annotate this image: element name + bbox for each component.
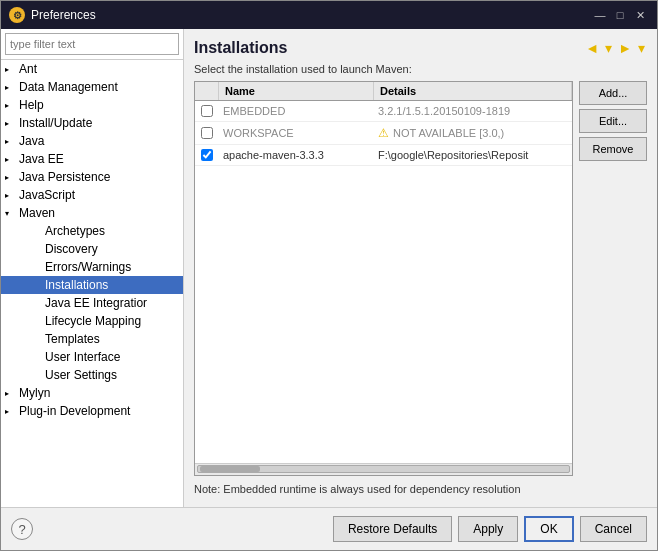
- tree-area: ▸Ant▸Data Management▸Help▸Install/Update…: [1, 60, 183, 507]
- sidebar-item-label: Ant: [19, 62, 37, 76]
- cell-name: WORKSPACE: [219, 123, 374, 143]
- sidebar-item-help[interactable]: ▸Help: [1, 96, 183, 114]
- tree-arrow: ▸: [5, 101, 17, 110]
- sidebar-item-templates[interactable]: Templates: [1, 330, 183, 348]
- sidebar-item-user-settings[interactable]: User Settings: [1, 366, 183, 384]
- installations-table: Name Details EMBEDDED3.2.1/1.5.1.2015010…: [194, 81, 573, 476]
- back-button[interactable]: ◄: [583, 40, 601, 56]
- forward-dropdown[interactable]: ▾: [636, 40, 647, 56]
- title-bar: ⚙ Preferences — □ ✕: [1, 1, 657, 29]
- cancel-button[interactable]: Cancel: [580, 516, 647, 542]
- edit-button[interactable]: Edit...: [579, 109, 647, 133]
- scroll-thumb[interactable]: [200, 466, 260, 472]
- table-body: EMBEDDED3.2.1/1.5.1.20150109-1819WORKSPA…: [195, 101, 572, 463]
- panel-header: Installations ◄ ▾ ► ▾: [194, 39, 647, 57]
- tree-arrow: ▸: [5, 173, 17, 182]
- bottom-right: Restore Defaults Apply OK Cancel: [333, 516, 647, 542]
- nav-dropdown[interactable]: ▾: [603, 40, 614, 56]
- sidebar-item-lifecycle-mapping[interactable]: Lifecycle Mapping: [1, 312, 183, 330]
- sidebar-item-installations[interactable]: Installations: [1, 276, 183, 294]
- sidebar-item-errors-warnings[interactable]: Errors/Warnings: [1, 258, 183, 276]
- forward-button[interactable]: ►: [616, 40, 634, 56]
- cell-details: ⚠NOT AVAILABLE [3.0,): [374, 122, 572, 144]
- sidebar-item-label: User Settings: [45, 368, 117, 382]
- tree-arrow: ▸: [5, 83, 17, 92]
- sidebar-item-java-persistence[interactable]: ▸Java Persistence: [1, 168, 183, 186]
- sidebar-item-label: Installations: [45, 278, 108, 292]
- right-panel: Installations ◄ ▾ ► ▾ Select the install…: [184, 29, 657, 507]
- cell-checkbox[interactable]: [195, 105, 219, 117]
- cell-checkbox[interactable]: [195, 127, 219, 139]
- sidebar-item-label: Archetypes: [45, 224, 105, 238]
- sidebar-item-data-management[interactable]: ▸Data Management: [1, 78, 183, 96]
- apply-button[interactable]: Apply: [458, 516, 518, 542]
- horizontal-scrollbar[interactable]: [195, 463, 572, 475]
- maximize-button[interactable]: □: [611, 7, 629, 23]
- sidebar-item-ant[interactable]: ▸Ant: [1, 60, 183, 78]
- table-row[interactable]: WORKSPACE⚠NOT AVAILABLE [3.0,): [195, 122, 572, 145]
- filter-input[interactable]: [5, 33, 179, 55]
- window-icon: ⚙: [9, 7, 25, 23]
- sidebar-item-plugin-development[interactable]: ▸Plug-in Development: [1, 402, 183, 420]
- warning-icon: ⚠: [378, 126, 389, 140]
- sidebar-item-label: Java EE Integratior: [45, 296, 147, 310]
- note-text: Note: Embedded runtime is always used fo…: [194, 482, 647, 497]
- sidebar-item-label: Java: [19, 134, 44, 148]
- tree-arrow: ▸: [5, 389, 17, 398]
- table-area-row: Name Details EMBEDDED3.2.1/1.5.1.2015010…: [194, 81, 647, 476]
- table-row[interactable]: apache-maven-3.3.3F:\google\Repositories…: [195, 145, 572, 166]
- cell-name: EMBEDDED: [219, 101, 374, 121]
- table-header: Name Details: [195, 82, 572, 101]
- nav-buttons: ◄ ▾ ► ▾: [583, 40, 647, 56]
- remove-button[interactable]: Remove: [579, 137, 647, 161]
- sidebar-item-java-ee[interactable]: ▸Java EE: [1, 150, 183, 168]
- cell-details: F:\google\Repositories\Reposit: [374, 145, 572, 165]
- sidebar-item-label: Java EE: [19, 152, 64, 166]
- col-details-header: Details: [374, 82, 572, 100]
- sidebar-item-label: Help: [19, 98, 44, 112]
- sidebar-item-maven[interactable]: ▾Maven: [1, 204, 183, 222]
- bottom-left: ?: [11, 518, 33, 540]
- tree-arrow: ▸: [5, 155, 17, 164]
- sidebar-item-javascript[interactable]: ▸JavaScript: [1, 186, 183, 204]
- sidebar-item-label: Install/Update: [19, 116, 92, 130]
- add-button[interactable]: Add...: [579, 81, 647, 105]
- help-button[interactable]: ?: [11, 518, 33, 540]
- scroll-track: [197, 465, 570, 473]
- section-label: Select the installation used to launch M…: [194, 63, 647, 75]
- main-content: ▸Ant▸Data Management▸Help▸Install/Update…: [1, 29, 657, 507]
- sidebar-item-label: Lifecycle Mapping: [45, 314, 141, 328]
- tree-arrow: ▸: [5, 137, 17, 146]
- cell-name: apache-maven-3.3.3: [219, 145, 374, 165]
- sidebar-item-label: Java Persistence: [19, 170, 110, 184]
- tree-arrow: ▸: [5, 191, 17, 200]
- sidebar-item-mylyn[interactable]: ▸Mylyn: [1, 384, 183, 402]
- sidebar-item-label: Errors/Warnings: [45, 260, 131, 274]
- restore-defaults-button[interactable]: Restore Defaults: [333, 516, 452, 542]
- minimize-button[interactable]: —: [591, 7, 609, 23]
- sidebar-item-archetypes[interactable]: Archetypes: [1, 222, 183, 240]
- sidebar-item-user-interface[interactable]: User Interface: [1, 348, 183, 366]
- sidebar-item-label: Maven: [19, 206, 55, 220]
- window-title: Preferences: [31, 8, 591, 22]
- sidebar-item-java-ee-integration[interactable]: Java EE Integratior: [1, 294, 183, 312]
- sidebar-item-java[interactable]: ▸Java: [1, 132, 183, 150]
- sidebar-item-label: Data Management: [19, 80, 118, 94]
- close-button[interactable]: ✕: [631, 7, 649, 23]
- sidebar-item-discovery[interactable]: Discovery: [1, 240, 183, 258]
- sidebar-item-label: JavaScript: [19, 188, 75, 202]
- sidebar-item-label: User Interface: [45, 350, 120, 364]
- table-row[interactable]: EMBEDDED3.2.1/1.5.1.20150109-1819: [195, 101, 572, 122]
- cell-checkbox[interactable]: [195, 149, 219, 161]
- col-check-header: [195, 82, 219, 100]
- col-name-header: Name: [219, 82, 374, 100]
- filter-box: [1, 29, 183, 60]
- left-panel: ▸Ant▸Data Management▸Help▸Install/Update…: [1, 29, 184, 507]
- sidebar-item-label: Discovery: [45, 242, 98, 256]
- sidebar-item-install-update[interactable]: ▸Install/Update: [1, 114, 183, 132]
- window-controls: — □ ✕: [591, 7, 649, 23]
- panel-title: Installations: [194, 39, 577, 57]
- ok-button[interactable]: OK: [524, 516, 573, 542]
- preferences-window: ⚙ Preferences — □ ✕ ▸Ant▸Data Management…: [0, 0, 658, 551]
- bottom-bar: ? Restore Defaults Apply OK Cancel: [1, 507, 657, 550]
